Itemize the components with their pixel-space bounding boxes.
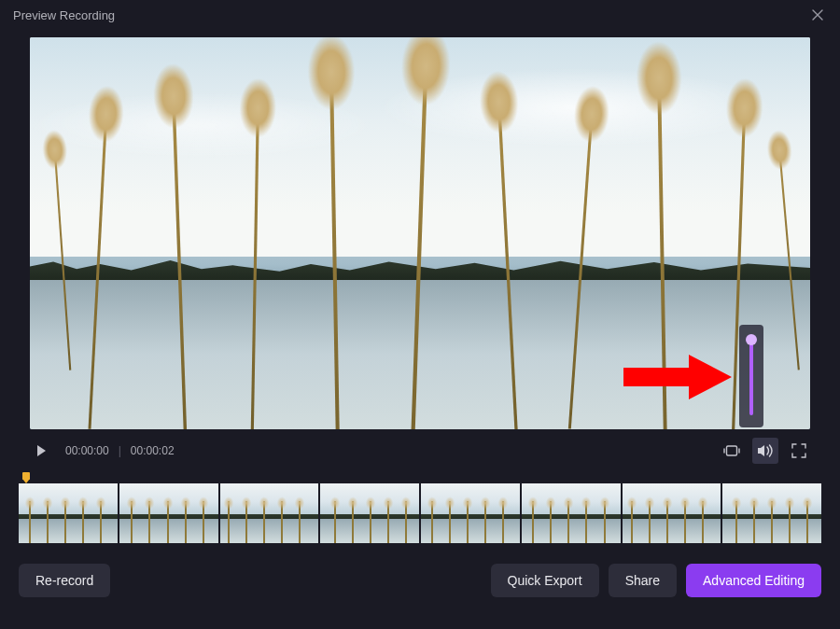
snapshot-button[interactable] xyxy=(719,438,745,464)
fullscreen-icon xyxy=(791,443,806,458)
timeline-thumb[interactable] xyxy=(220,483,319,543)
share-button[interactable]: Share xyxy=(609,564,677,597)
timeline-thumb[interactable] xyxy=(522,483,621,543)
snapshot-icon xyxy=(723,444,740,457)
timeline-thumb[interactable] xyxy=(421,483,520,543)
timeline-playhead[interactable] xyxy=(22,472,30,485)
volume-slider-popover[interactable] xyxy=(739,325,763,427)
timeline-thumb[interactable] xyxy=(722,483,821,543)
duration-time: 00:00:02 xyxy=(131,444,175,457)
video-preview[interactable] xyxy=(30,37,810,429)
timeline-thumbnails[interactable] xyxy=(19,483,821,543)
volume-icon xyxy=(757,443,774,458)
play-button[interactable] xyxy=(32,441,50,460)
volume-slider-track[interactable] xyxy=(749,337,753,415)
timeline-thumb[interactable] xyxy=(320,483,419,543)
close-button[interactable] xyxy=(808,6,827,24)
close-icon xyxy=(812,9,823,21)
timeline-thumb[interactable] xyxy=(19,483,118,543)
footer-actions: Re-record Quick Export Share Advanced Ed… xyxy=(19,564,821,597)
timeline[interactable] xyxy=(19,472,821,543)
rerecord-button[interactable]: Re-record xyxy=(19,564,110,597)
timeline-thumb[interactable] xyxy=(119,483,218,543)
play-icon xyxy=(35,444,48,457)
timeline-thumb[interactable] xyxy=(623,483,721,543)
advanced-editing-button[interactable]: Advanced Editing xyxy=(686,564,821,597)
fullscreen-button[interactable] xyxy=(786,438,812,464)
titlebar: Preview Recording xyxy=(0,0,840,30)
current-time: 00:00:00 xyxy=(65,444,109,457)
time-separator: | xyxy=(119,444,121,457)
video-scene xyxy=(30,37,810,429)
quick-export-button[interactable]: Quick Export xyxy=(491,564,599,597)
volume-slider-thumb[interactable] xyxy=(746,334,757,345)
volume-button[interactable] xyxy=(752,438,778,464)
preview-recording-window: Preview Recording xyxy=(0,0,840,629)
content-area: 00:00:00 | 00:00:02 xyxy=(0,30,840,629)
svg-rect-0 xyxy=(727,446,737,455)
window-title: Preview Recording xyxy=(13,8,115,22)
player-controls: 00:00:00 | 00:00:02 xyxy=(19,429,821,472)
